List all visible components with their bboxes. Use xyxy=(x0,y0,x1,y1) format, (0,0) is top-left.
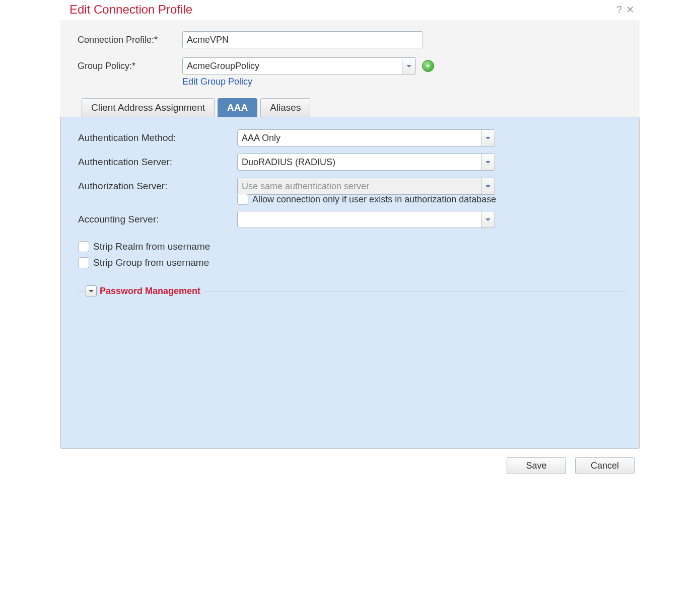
authz-exists-row: Allow connection only if user exists in … xyxy=(237,194,626,205)
cancel-button[interactable]: Cancel xyxy=(575,457,635,474)
dialog-title: Edit Connection Profile xyxy=(69,3,616,17)
authz-exists-label: Allow connection only if user exists in … xyxy=(252,194,496,205)
accounting-server-value xyxy=(238,211,481,228)
close-icon[interactable]: ✕ xyxy=(626,5,635,15)
authz-server-select[interactable]: Use same authentication server xyxy=(237,178,495,195)
connection-profile-input[interactable] xyxy=(182,31,423,48)
aaa-tab-panel: Authentication Method: AAA Only Authenti… xyxy=(60,117,640,449)
accounting-server-label: Accounting Server: xyxy=(78,214,237,225)
help-icon[interactable]: ? xyxy=(616,5,622,15)
chevron-down-icon[interactable] xyxy=(481,178,495,194)
password-management-section: Password Management xyxy=(78,285,626,296)
dialog-footer: Save Cancel xyxy=(60,449,640,481)
tab-aliases[interactable]: Aliases xyxy=(260,98,310,117)
strip-realm-checkbox[interactable] xyxy=(78,241,89,252)
tab-client-address-assignment[interactable]: Client Address Assignment xyxy=(82,98,215,117)
auth-method-value: AAA Only xyxy=(238,130,481,146)
tab-aaa[interactable]: AAA xyxy=(218,98,257,117)
password-management-title: Password Management xyxy=(100,286,200,296)
auth-method-select[interactable]: AAA Only xyxy=(237,129,495,146)
top-form-panel: Connection Profile:* Group Policy:* Acme… xyxy=(60,21,640,117)
authz-server-placeholder: Use same authentication server xyxy=(238,178,481,194)
connection-profile-label: Connection Profile:* xyxy=(78,35,182,45)
chevron-down-icon[interactable] xyxy=(481,130,495,146)
chevron-down-icon[interactable] xyxy=(481,154,495,170)
group-policy-value: AcmeGroupPolicy xyxy=(183,58,402,74)
tab-bar: Client Address Assignment AAA Aliases xyxy=(78,98,631,117)
auth-server-select[interactable]: DuoRADIUS (RADIUS) xyxy=(237,154,495,171)
save-button[interactable]: Save xyxy=(507,457,566,474)
add-group-policy-icon[interactable] xyxy=(422,60,434,72)
auth-method-label: Authentication Method: xyxy=(78,132,237,143)
strip-group-checkbox[interactable] xyxy=(78,257,89,268)
authz-server-label: Authorization Server: xyxy=(78,181,237,192)
chevron-down-icon[interactable] xyxy=(481,211,495,228)
group-policy-label: Group Policy:* xyxy=(78,61,182,71)
password-management-expander[interactable] xyxy=(86,285,97,296)
strip-realm-label: Strip Realm from username xyxy=(93,241,210,252)
auth-server-label: Authentication Server: xyxy=(78,157,237,168)
group-policy-select[interactable]: AcmeGroupPolicy xyxy=(182,57,416,74)
edit-connection-profile-dialog: Edit Connection Profile ? ✕ Connection P… xyxy=(60,0,640,481)
chevron-down-icon[interactable] xyxy=(402,58,415,74)
edit-group-policy-link[interactable]: Edit Group Policy xyxy=(182,77,252,87)
accounting-server-select[interactable] xyxy=(237,211,495,228)
authz-exists-checkbox[interactable] xyxy=(237,194,248,205)
strip-group-label: Strip Group from username xyxy=(93,257,209,268)
dialog-header: Edit Connection Profile ? ✕ xyxy=(60,0,640,21)
auth-server-value: DuoRADIUS (RADIUS) xyxy=(238,154,481,170)
